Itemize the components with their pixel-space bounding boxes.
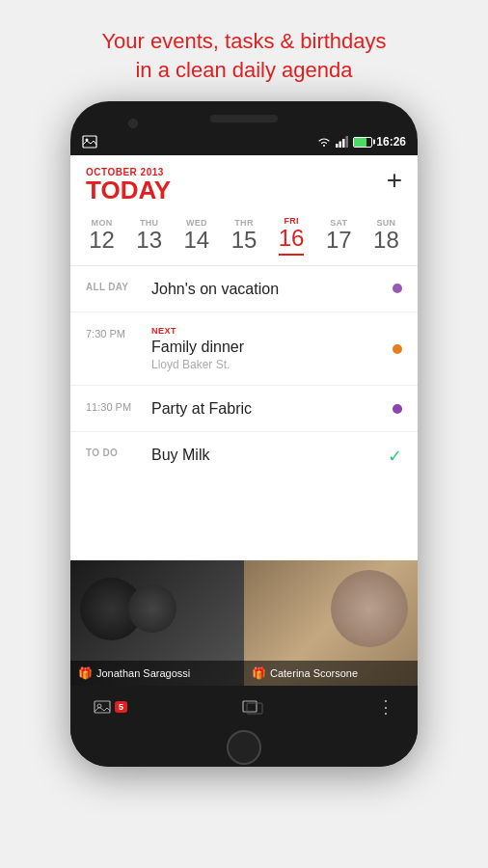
status-left [82,135,97,149]
event-details-todo: Buy Milk [151,446,380,464]
week-strip: MON 12 THU 13 WED 14 THR 15 FRI 16 [70,208,418,264]
gift-icon-left: 🎁 [78,666,93,680]
birthday-name-left: Jonathan Saragossi [96,667,190,679]
svg-rect-5 [346,136,349,148]
event-time-todo: TO DO [86,446,151,458]
event-badge-next: NEXT [151,326,385,336]
day-col-fri[interactable]: FRI 16 [272,216,311,255]
svg-rect-3 [339,142,342,149]
day-col-wed[interactable]: WED 14 [177,218,216,253]
today-label: TODAY [86,177,171,203]
app-content: OCTOBER 2013 TODAY + MON 12 THU 13 WED 1… [70,155,418,728]
birthday-person-left[interactable]: 🎁 Jonathan Saragossi [70,560,244,686]
header-date-block: OCTOBER 2013 TODAY [86,167,171,203]
gift-icon-right: 🎁 [252,666,266,680]
status-bar: 16:26 [70,128,418,155]
svg-rect-6 [95,701,110,713]
promo-line1: Your events, tasks & birthdays [101,29,386,53]
event-details-party: Party at Fabric [151,399,385,418]
event-details-allday: John's on vacation [151,280,385,298]
image-icon [82,135,97,149]
birthday-name-right: Caterina Scorsone [270,667,358,679]
battery-icon [353,137,372,148]
phone-top [70,101,418,128]
promo-section: Your events, tasks & birthdays in a clea… [0,0,488,101]
check-icon: ✓ [388,446,402,467]
birthday-person-right[interactable]: 🎁 Caterina Scorsone [244,560,418,686]
event-dot-party [393,404,402,414]
day-num-sat: 17 [326,228,352,253]
promo-text: Your events, tasks & birthdays in a clea… [39,27,449,84]
day-num-thu: 13 [136,228,162,253]
event-row-allday[interactable]: ALL DAY John's on vacation [70,266,418,312]
phone-camera [128,119,138,128]
event-row-todo[interactable]: TO DO Buy Milk ✓ [70,432,418,480]
day-col-thr[interactable]: THR 15 [225,218,263,253]
events-list: ALL DAY John's on vacation 7:30 PM NEXT … [70,266,418,561]
event-dot-dinner [393,344,402,354]
day-num-fri: 16 [279,226,305,255]
birthday-name-bar-left: 🎁 Jonathan Saragossi [70,661,244,686]
event-dot-allday [393,284,402,293]
event-title-party: Party at Fabric [151,399,385,418]
signal-icon [336,136,349,148]
bottom-action-more[interactable]: ⋮ [377,696,394,718]
event-time-dinner: 7:30 PM [86,326,151,339]
day-num-sun: 18 [373,228,399,253]
day-num-wed: 14 [183,228,209,253]
event-row-dinner[interactable]: 7:30 PM NEXT Family dinner Lloyd Baker S… [70,312,418,386]
event-time-allday: ALL DAY [86,280,151,292]
event-title-todo: Buy Milk [151,446,380,464]
day-col-thu[interactable]: THU 13 [130,218,169,253]
event-title-dinner: Family dinner [151,338,385,356]
app-header: OCTOBER 2013 TODAY + [70,155,418,208]
day-col-sun[interactable]: SUN 18 [366,218,405,253]
birthdays-section: 🎁 Jonathan Saragossi 🎁 Caterina Scorsone [70,560,418,686]
event-title-allday: John's on vacation [151,280,385,298]
gallery-icon [242,698,263,716]
day-col-mon[interactable]: MON 12 [83,218,122,253]
status-right: 16:26 [316,135,406,149]
bottom-action-gallery[interactable] [242,698,263,716]
home-button[interactable] [227,730,261,765]
event-time-party: 11:30 PM [86,399,151,413]
day-num-thr: 15 [231,228,258,253]
svg-rect-4 [342,139,345,148]
event-subtitle-dinner: Lloyd Baker St. [151,358,385,371]
phone-speaker [210,115,278,122]
avatar-right [331,570,408,647]
phone-shell: 16:26 OCTOBER 2013 TODAY + MON 12 THU [70,101,418,767]
bottom-bar: 5 ⋮ [70,686,418,728]
add-button[interactable]: + [387,167,402,194]
event-details-dinner: NEXT Family dinner Lloyd Baker St. [151,326,385,371]
bottom-action-photos[interactable]: 5 [94,699,127,715]
birthday-name-bar-right: 🎁 Caterina Scorsone [244,661,418,686]
day-num-mon: 12 [89,228,115,253]
photos-icon [94,699,111,715]
promo-line2: in a clean daily agenda [135,58,352,82]
photo-count-badge: 5 [115,701,127,713]
more-icon: ⋮ [377,696,394,718]
event-row-party[interactable]: 11:30 PM Party at Fabric [70,386,418,432]
day-col-sat[interactable]: SAT 17 [319,218,358,253]
status-time: 16:26 [376,135,406,149]
wifi-icon [316,136,332,148]
svg-rect-2 [336,144,339,148]
phone-screen: 16:26 OCTOBER 2013 TODAY + MON 12 THU [70,128,418,728]
phone-bottom [70,728,418,767]
